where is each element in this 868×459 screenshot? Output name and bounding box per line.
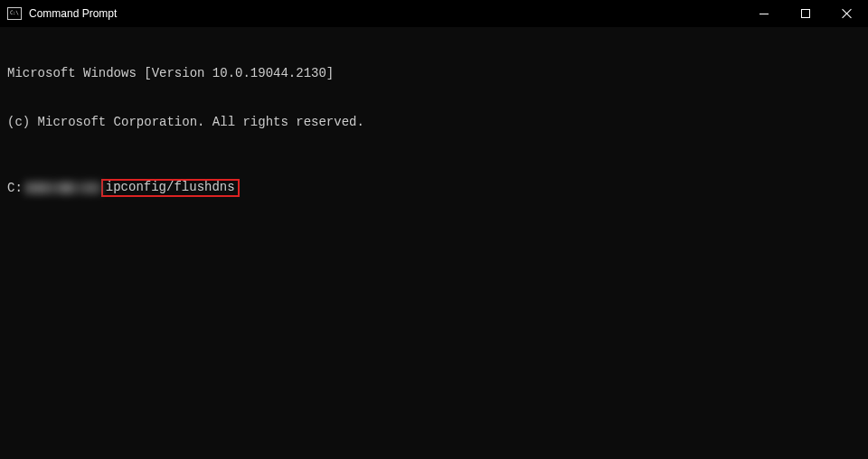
terminal-version-line: Microsoft Windows [Version 10.0.19044.21… [7,65,861,81]
maximize-icon [801,9,810,18]
prompt-line: C: ipconfig/flushdns [7,179,861,197]
window-title: Command Prompt [29,7,117,20]
terminal-copyright-line: (c) Microsoft Corporation. All rights re… [7,114,861,130]
cmd-prompt-icon [7,7,22,20]
entered-command: ipconfig/flushdns [101,179,240,197]
window-titlebar: Command Prompt [0,0,868,27]
minimize-icon [760,14,769,14]
minimize-button[interactable] [743,0,785,27]
prompt-path-redacted [24,182,101,194]
close-button[interactable] [826,0,868,27]
maximize-button[interactable] [785,0,826,27]
close-icon [842,8,853,19]
prompt-drive: C: [7,180,23,196]
terminal-body[interactable]: Microsoft Windows [Version 10.0.19044.21… [0,27,868,219]
window-controls [743,0,868,27]
titlebar-left: Command Prompt [7,7,117,20]
